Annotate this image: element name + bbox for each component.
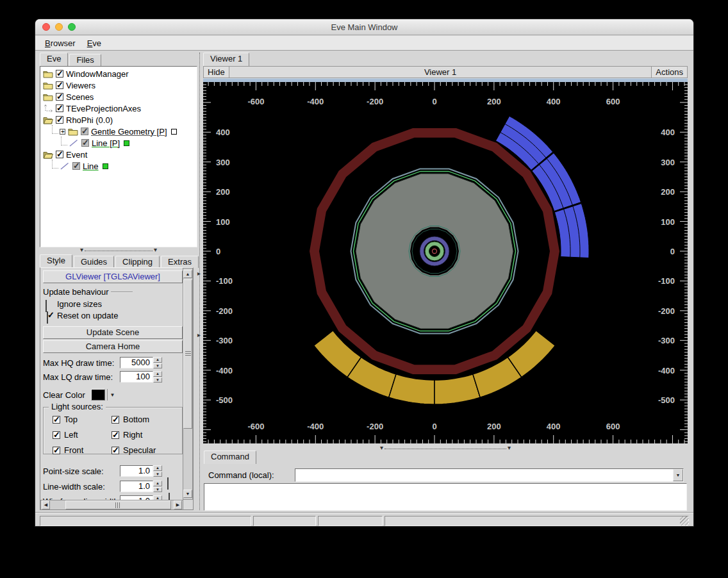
camera-home-button[interactable]: Camera Home bbox=[43, 340, 183, 353]
visibility-checkbox[interactable] bbox=[56, 116, 63, 124]
hscroll-thumb[interactable] bbox=[65, 500, 171, 509]
tree-item[interactable]: Gentle Geometry [P] bbox=[40, 126, 197, 137]
splitter-handle[interactable] bbox=[385, 449, 506, 449]
style-panel-vscrollbar[interactable] bbox=[183, 268, 193, 500]
tree-item-label[interactable]: Viewers bbox=[66, 81, 95, 90]
max-hq-input[interactable]: 5000 bbox=[120, 357, 153, 368]
tab-viewer-1[interactable]: Viewer 1 bbox=[203, 53, 249, 66]
hide-button[interactable]: Hide bbox=[204, 67, 229, 78]
point-size-scale-input[interactable]: 1.0 bbox=[120, 465, 153, 477]
menu-item-browser[interactable]: Browser bbox=[39, 37, 81, 49]
line-width-scale-stepper[interactable] bbox=[153, 481, 162, 492]
render-state-square[interactable] bbox=[103, 163, 108, 169]
tab-style[interactable]: Style bbox=[40, 254, 72, 268]
light-left-checkbox[interactable] bbox=[53, 431, 60, 439]
visibility-checkbox[interactable] bbox=[56, 70, 63, 78]
tab-files[interactable]: Files bbox=[69, 54, 101, 66]
tree-item[interactable]: Scenes bbox=[40, 91, 197, 103]
scroll-left-icon[interactable] bbox=[42, 500, 50, 509]
clear-color-dropdown[interactable]: ▼ bbox=[107, 389, 117, 400]
tree-item-label[interactable]: TEveProjectionAxes bbox=[66, 104, 141, 113]
splitter-handle[interactable] bbox=[199, 53, 200, 510]
scroll-right-icon[interactable] bbox=[174, 500, 182, 509]
spin-up-icon[interactable] bbox=[153, 357, 162, 363]
spin-down-icon[interactable] bbox=[153, 377, 162, 383]
line-width-scale-input[interactable]: 1.0 bbox=[120, 481, 153, 492]
gl-viewer-canvas[interactable]: -600-600-400-400-200-2000020020040040060… bbox=[203, 82, 688, 443]
titlebar[interactable]: Eve Main Window bbox=[35, 19, 693, 35]
scroll-up-icon[interactable] bbox=[183, 270, 192, 278]
light-top-checkbox[interactable] bbox=[53, 416, 60, 424]
spin-down-icon[interactable] bbox=[153, 363, 162, 369]
style-panel-hscrollbar[interactable] bbox=[40, 500, 183, 510]
visibility-checkbox[interactable] bbox=[56, 93, 63, 101]
max-lq-stepper[interactable] bbox=[153, 371, 162, 383]
visibility-checkbox[interactable] bbox=[81, 128, 88, 135]
main-splitter[interactable] bbox=[197, 53, 202, 510]
spin-down-icon[interactable] bbox=[153, 472, 162, 477]
light-right-checkbox[interactable] bbox=[112, 431, 119, 439]
scroll-down-icon[interactable] bbox=[183, 490, 192, 498]
menu-item-eve[interactable]: Eve bbox=[81, 37, 107, 49]
visibility-checkbox[interactable] bbox=[56, 151, 63, 158]
tree-item[interactable]: Line bbox=[40, 160, 197, 172]
light-front-checkbox[interactable] bbox=[53, 447, 60, 454]
tree-item-label[interactable]: Line [P] bbox=[92, 138, 120, 148]
tree-item[interactable]: Line [P] bbox=[40, 137, 197, 149]
max-hq-stepper[interactable] bbox=[153, 357, 162, 368]
combo-dropdown-button[interactable] bbox=[673, 469, 683, 481]
tree-item-label[interactable]: RhoPhi (0.0) bbox=[66, 115, 113, 125]
render-state-square[interactable] bbox=[124, 140, 129, 146]
tab-guides[interactable]: Guides bbox=[74, 256, 114, 268]
splitter-handle[interactable] bbox=[85, 251, 153, 251]
viewer-command-splitter[interactable] bbox=[203, 445, 688, 452]
visibility-checkbox[interactable] bbox=[72, 162, 80, 170]
expander-icon[interactable] bbox=[60, 129, 65, 135]
eve-scene-tree[interactable]: WindowManagerViewersScenesTEveProjection… bbox=[40, 66, 197, 247]
tree-style-splitter[interactable] bbox=[40, 247, 197, 254]
max-lq-input[interactable]: 100 bbox=[120, 371, 153, 383]
close-button[interactable] bbox=[42, 23, 50, 31]
command-input[interactable] bbox=[295, 469, 673, 481]
light-specular-checkbox[interactable] bbox=[112, 447, 119, 454]
zoom-button[interactable] bbox=[68, 23, 76, 31]
render-state-square[interactable] bbox=[171, 129, 177, 135]
splitter-collapse-icon[interactable] bbox=[508, 443, 511, 454]
splitter-collapse-icon[interactable] bbox=[197, 328, 201, 340]
update-scene-button[interactable]: Update Scene bbox=[43, 326, 183, 339]
splitter-collapse-icon[interactable] bbox=[197, 267, 201, 278]
vscroll-thumb[interactable] bbox=[183, 279, 192, 429]
tab-command[interactable]: Command bbox=[204, 450, 256, 464]
visibility-checkbox[interactable] bbox=[56, 104, 63, 112]
ignore-sizes-checkbox[interactable] bbox=[46, 300, 47, 312]
clear-color-swatch[interactable] bbox=[91, 389, 105, 400]
minimize-button[interactable] bbox=[55, 23, 63, 31]
point-size-scale-stepper[interactable] bbox=[153, 465, 162, 477]
splitter-collapse-icon[interactable] bbox=[380, 443, 383, 454]
spin-down-icon[interactable] bbox=[153, 487, 162, 493]
point-size-scale-checkbox[interactable] bbox=[167, 477, 169, 490]
tab-clipping[interactable]: Clipping bbox=[115, 256, 160, 268]
visibility-checkbox[interactable] bbox=[81, 139, 89, 147]
glviewer-button[interactable]: GLViewer [TGLSAViewer] bbox=[43, 270, 183, 283]
tree-item[interactable]: Event bbox=[40, 149, 197, 160]
tree-item-label[interactable]: WindowManager bbox=[66, 69, 129, 79]
tree-item[interactable]: RhoPhi (0.0) bbox=[40, 114, 197, 126]
resize-grip[interactable] bbox=[680, 516, 689, 525]
command-combobox[interactable] bbox=[295, 468, 684, 482]
actions-button[interactable]: Actions bbox=[652, 67, 687, 78]
tree-item[interactable]: TEveProjectionAxes bbox=[40, 103, 197, 114]
spin-up-icon[interactable] bbox=[153, 371, 162, 377]
light-bottom-checkbox[interactable] bbox=[112, 416, 119, 424]
spin-up-icon[interactable] bbox=[153, 481, 162, 486]
tab-eve[interactable]: Eve bbox=[40, 53, 68, 66]
visibility-checkbox[interactable] bbox=[56, 81, 63, 89]
reset-on-update-checkbox[interactable] bbox=[47, 311, 48, 324]
tab-extras[interactable]: Extras bbox=[161, 256, 199, 268]
tree-item-label[interactable]: Line bbox=[83, 161, 99, 171]
tree-item[interactable]: Viewers bbox=[40, 79, 197, 91]
tree-item[interactable]: WindowManager bbox=[40, 68, 197, 79]
command-output[interactable] bbox=[204, 483, 687, 511]
tree-item-label[interactable]: Scenes bbox=[66, 92, 94, 102]
tree-item-label[interactable]: Event bbox=[66, 150, 87, 160]
